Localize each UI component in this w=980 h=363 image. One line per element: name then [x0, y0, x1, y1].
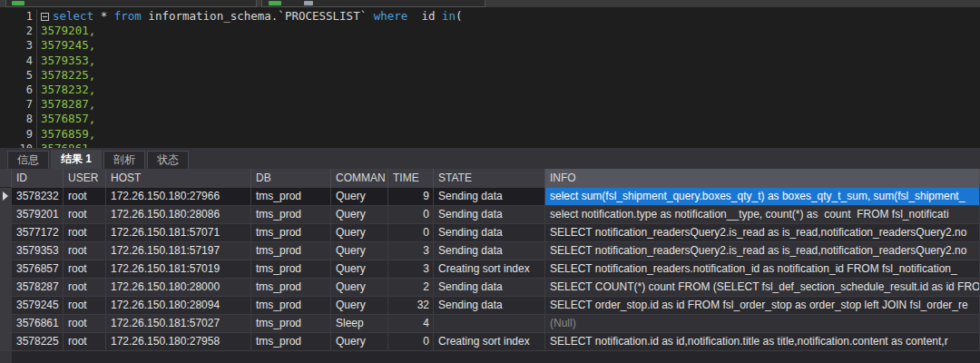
cell-time[interactable]: 2 [388, 279, 434, 297]
cell-command[interactable]: Query [331, 260, 388, 279]
editor-line[interactable]: 23579201, [0, 24, 980, 38]
tab-状态[interactable]: 状态 [147, 151, 189, 169]
editor-line[interactable]: 43579353, [0, 54, 980, 68]
cell-command[interactable]: Query [331, 188, 388, 206]
tab-剖析[interactable]: 剖析 [103, 151, 145, 169]
column-header-id[interactable]: ID [12, 169, 64, 188]
cell-time[interactable]: 0 [388, 224, 434, 242]
editor-line[interactable]: 53578225, [0, 68, 980, 83]
editor-line[interactable]: 83576857, [0, 112, 980, 126]
cell-host[interactable]: 172.26.150.181:57071 [106, 224, 251, 242]
cell-id[interactable]: 3579201 [12, 206, 64, 224]
cell-db[interactable]: tms_prod [251, 297, 331, 315]
cell-state[interactable]: Creating sort index [434, 333, 545, 351]
column-header-host[interactable]: HOST [106, 169, 251, 188]
cell-info[interactable]: SELECT order_stop.id as id FROM fsl_orde… [545, 297, 980, 315]
cell-state[interactable]: Creating sort index [434, 260, 545, 279]
cell-db[interactable]: tms_prod [251, 188, 331, 206]
cell-command[interactable]: Query [331, 206, 388, 224]
editor-line[interactable]: 1select * from information_schema.`PROCE… [0, 9, 980, 24]
editor-line[interactable]: 93576859, [0, 127, 980, 142]
cell-id[interactable]: 3577172 [12, 224, 64, 242]
cell-host[interactable]: 172.26.150.181:57027 [106, 315, 251, 333]
table-row[interactable]: 3579245root172.26.150.180:28094tms_prodQ… [0, 297, 980, 315]
cell-state[interactable]: Sending data [434, 279, 545, 297]
cell-id[interactable]: 3578232 [12, 188, 64, 206]
cell-user[interactable]: root [64, 206, 106, 224]
cell-info[interactable]: select notification.type as notification… [545, 206, 980, 224]
cell-host[interactable]: 172.26.150.180:27966 [106, 188, 251, 206]
cell-time[interactable]: 3 [388, 242, 434, 260]
editor-line[interactable]: 33579245, [0, 38, 980, 53]
cell-info[interactable]: select sum(fsl_shipment_query.boxes_qty_… [545, 188, 980, 206]
cell-user[interactable]: root [64, 279, 106, 297]
cell-user[interactable]: root [64, 224, 106, 242]
row-marker-cell[interactable] [0, 188, 12, 206]
table-row[interactable]: 3578225root172.26.150.180:27958tms_prodQ… [0, 333, 980, 351]
cell-host[interactable]: 172.26.150.181:57019 [106, 260, 251, 279]
row-marker-cell[interactable] [0, 242, 12, 260]
cell-info[interactable]: SELECT notification.id as id,notificatio… [545, 333, 980, 351]
column-header-command[interactable]: COMMAN [331, 169, 388, 188]
row-marker-cell[interactable] [0, 279, 12, 297]
editor-tab-fragment[interactable] [5, 0, 257, 7]
cell-db[interactable]: tms_prod [251, 333, 331, 351]
cell-command[interactable]: Query [331, 297, 388, 315]
sql-editor[interactable]: 1select * from information_schema.`PROCE… [0, 7, 980, 148]
cell-info[interactable]: (Null) [545, 315, 980, 333]
table-row[interactable]: 3576857root172.26.150.181:57019tms_prodQ… [0, 260, 980, 279]
cell-db[interactable]: tms_prod [251, 279, 331, 297]
cell-db[interactable]: tms_prod [251, 315, 331, 333]
cell-state[interactable]: Sending data [434, 224, 545, 242]
table-row[interactable]: 3576861root172.26.150.181:57027tms_prodS… [0, 315, 980, 333]
cell-time[interactable]: 0 [388, 333, 434, 351]
cell-state[interactable]: Sending data [434, 206, 545, 224]
tab-active-结果 1[interactable]: 结果 1 [51, 150, 102, 169]
cell-info[interactable]: SELECT notification_readers.notification… [545, 260, 980, 279]
cell-user[interactable]: root [64, 297, 106, 315]
cell-id[interactable]: 3576861 [12, 315, 64, 333]
column-header-state[interactable]: STATE [434, 169, 545, 188]
cell-time[interactable]: 9 [388, 188, 434, 206]
cell-time[interactable]: 4 [388, 315, 434, 333]
cell-command[interactable]: Query [331, 224, 388, 242]
cell-time[interactable]: 0 [388, 206, 434, 224]
cell-command[interactable]: Sleep [331, 315, 388, 333]
cell-host[interactable]: 172.26.150.181:57197 [106, 242, 251, 260]
table-row[interactable]: 3578232root172.26.150.180:27966tms_prodQ… [0, 188, 980, 206]
column-header-info[interactable]: INFO [545, 169, 980, 188]
cell-host[interactable]: 172.26.150.180:28094 [106, 297, 251, 315]
row-marker-cell[interactable] [0, 206, 12, 224]
cell-db[interactable]: tms_prod [251, 242, 331, 260]
editor-line[interactable]: 103576861, [0, 142, 980, 148]
cell-time[interactable]: 32 [388, 297, 434, 315]
fold-collapse-icon[interactable] [41, 13, 49, 21]
cell-time[interactable]: 3 [388, 260, 434, 279]
editor-line[interactable]: 63578232, [0, 83, 980, 97]
cell-host[interactable]: 172.26.150.180:28000 [106, 279, 251, 297]
cell-id[interactable]: 3578287 [12, 279, 64, 297]
cell-info[interactable]: SELECT notification_readersQuery2.is_rea… [545, 224, 980, 242]
cell-user[interactable]: root [64, 260, 106, 279]
row-marker-cell[interactable] [0, 260, 12, 279]
cell-db[interactable]: tms_prod [251, 260, 331, 279]
row-marker-cell[interactable] [0, 333, 12, 351]
tab-信息[interactable]: 信息 [7, 151, 49, 169]
editor-tab-fragment[interactable] [261, 0, 485, 7]
cell-command[interactable]: Query [331, 279, 388, 297]
cell-state[interactable] [434, 315, 545, 333]
cell-command[interactable]: Query [331, 242, 388, 260]
cell-info[interactable]: SELECT COUNT(*) count FROM (SELECT fsl_d… [545, 279, 980, 297]
table-row[interactable]: 3579201root172.26.150.180:28086tms_prodQ… [0, 206, 980, 224]
cell-db[interactable]: tms_prod [251, 206, 331, 224]
cell-command[interactable]: Query [331, 333, 388, 351]
cell-id[interactable]: 3576857 [12, 260, 64, 279]
cell-host[interactable]: 172.26.150.180:28086 [106, 206, 251, 224]
cell-user[interactable]: root [64, 315, 106, 333]
column-header-db[interactable]: DB [251, 169, 331, 188]
cell-state[interactable]: Sending data [434, 188, 545, 206]
table-row[interactable]: 3578287root172.26.150.180:28000tms_prodQ… [0, 279, 980, 297]
cell-state[interactable]: Sending data [434, 297, 545, 315]
cell-id[interactable]: 3579245 [12, 297, 64, 315]
cell-user[interactable]: root [64, 242, 106, 260]
